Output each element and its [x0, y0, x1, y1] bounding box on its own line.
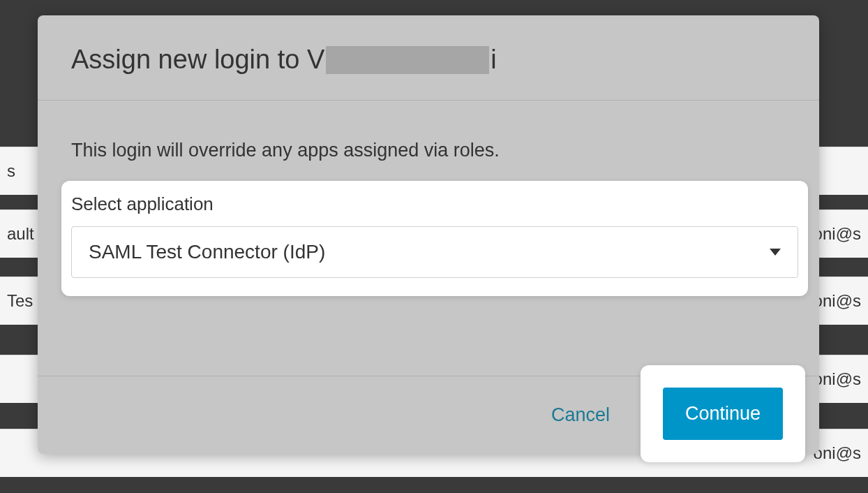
assign-login-modal: Assign new login to Vi This login will o…	[38, 15, 819, 454]
title-suffix: i	[491, 45, 496, 75]
continue-button[interactable]: Continue	[663, 388, 783, 440]
select-application-value: SAML Test Connector (IdP)	[89, 241, 325, 263]
chevron-down-icon	[770, 249, 781, 256]
modal-header: Assign new login to Vi	[38, 15, 819, 101]
select-application-label: Select application	[71, 193, 798, 215]
modal-footer: Cancel Continue	[38, 376, 819, 454]
bg-row-left: Tes	[7, 291, 33, 311]
modal-title: Assign new login to Vi	[71, 45, 786, 75]
select-application-highlight: Select application SAML Test Connector (…	[61, 181, 808, 296]
title-prefix: Assign new login to V	[71, 45, 324, 75]
bg-row-right: oni@s	[814, 224, 861, 244]
modal-body: This login will override any apps assign…	[38, 101, 819, 376]
cancel-button[interactable]: Cancel	[548, 399, 613, 432]
redacted-name	[326, 46, 489, 74]
modal-description: This login will override any apps assign…	[71, 140, 786, 161]
bg-row-right: oni@s	[814, 443, 861, 463]
continue-highlight: Continue	[641, 365, 805, 462]
bg-row-left: ault	[7, 224, 34, 244]
bg-row-right: oni@s	[814, 291, 861, 311]
bg-row-left: s	[7, 161, 15, 181]
select-application-dropdown[interactable]: SAML Test Connector (IdP)	[71, 226, 798, 278]
bg-row-right: oni@s	[814, 369, 861, 389]
